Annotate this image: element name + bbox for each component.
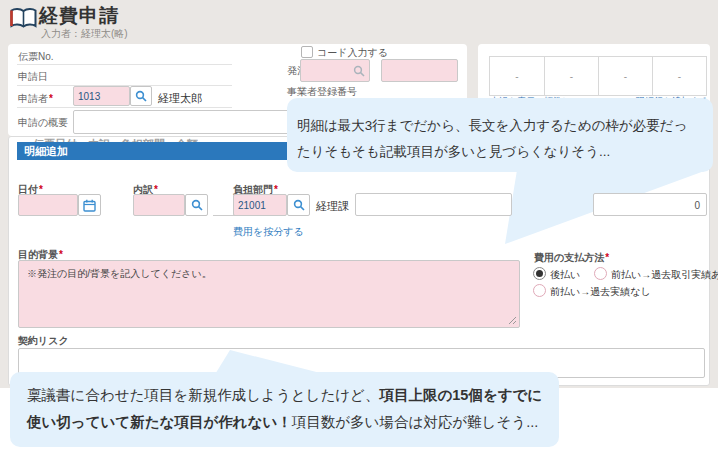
- search-icon: [135, 90, 147, 102]
- calendar-icon: [83, 199, 96, 212]
- bottom-annotation-bubble: 稟議書に合わせた項目を新規作成しようとしたけど、項目上限の15個をすでに 使い切…: [10, 372, 559, 447]
- date-input[interactable]: [18, 194, 78, 216]
- business-reg-number-label: 事業者登録番号: [287, 86, 359, 98]
- payment-option-label: 前払い→過去実績なし: [550, 285, 651, 299]
- entered-by-label: 入力者：経理太(略): [41, 27, 128, 41]
- required-asterisk: *: [59, 249, 63, 260]
- department-code-input[interactable]: 21001: [233, 194, 287, 216]
- payment-option-label: 前払い→過去取引実績あり: [611, 268, 718, 282]
- amount-input[interactable]: 0: [593, 193, 707, 216]
- apply-date-label: 申請日: [18, 70, 48, 84]
- applicant-name-text: 経理太郎: [158, 91, 202, 106]
- required-asterisk: *: [49, 93, 53, 104]
- expense-application-screen: 経費申請 入力者：経理太(略) 伝票No. 申請日 申請者* 1013 経理太郎…: [0, 0, 718, 461]
- payment-option-label: 後払い: [550, 268, 580, 282]
- detail-text-input[interactable]: [355, 193, 512, 216]
- bubble-text-line: 稟議書に合わせた項目を新規作成しようとしたけど、項目上限の15個をすでに: [27, 386, 542, 405]
- open-book-icon: [10, 7, 37, 30]
- search-icon: [293, 199, 305, 211]
- payment-method-label: 費用の支払方法*: [534, 251, 609, 265]
- summary-label: 申請の概要: [18, 116, 68, 130]
- apportion-cost-link[interactable]: 費用を按分する: [233, 225, 304, 239]
- summary-cell: -: [598, 57, 652, 95]
- vendor-code-input[interactable]: [300, 59, 370, 82]
- page-title: 経費申請: [39, 3, 119, 29]
- breakdown-code-input[interactable]: [133, 194, 185, 216]
- vendor-name-input[interactable]: [381, 59, 458, 82]
- breakdown-search-button[interactable]: [185, 194, 208, 216]
- applicant-search-button[interactable]: [130, 86, 152, 106]
- top-annotation-bubble: 明細は最大3行までだから、長文を入力するための枠が必要だっ たりそもそも記載項目…: [287, 98, 713, 172]
- summary-cell: -: [490, 57, 544, 95]
- date-picker-button[interactable]: [78, 194, 101, 216]
- payment-radio-0[interactable]: [533, 267, 546, 280]
- code-entry-checkbox[interactable]: [301, 46, 313, 58]
- summary-cell: -: [544, 57, 598, 95]
- search-icon: [191, 199, 203, 211]
- row-divider: [17, 64, 232, 65]
- bubble-text-line: たりそもそも記載項目が多いと見づらくなりそう...: [297, 143, 610, 161]
- search-icon: [353, 65, 365, 77]
- department-search-button[interactable]: [287, 194, 310, 216]
- applicant-label: 申請者*: [18, 92, 53, 106]
- summary-cell: -: [652, 57, 706, 95]
- row-divider: [17, 107, 232, 108]
- bubble-text-line: 明細は最大3行までだから、長文を入力するための枠が必要だっ: [297, 117, 687, 135]
- payment-radio-2[interactable]: [533, 284, 546, 297]
- payment-radio-1[interactable]: [594, 267, 607, 280]
- amount-summary-table: - - - -: [489, 56, 707, 96]
- resize-grip-icon[interactable]: [508, 316, 517, 325]
- applicant-code-input[interactable]: 1013: [73, 86, 130, 106]
- code-entry-checkbox-label: コード入力する: [317, 46, 388, 60]
- slip-no-label: 伝票No.: [18, 50, 54, 64]
- bubble-text-line: 使い切っていて新たな項目が作れない！項目数が多い場合は対応が難しそう...: [27, 413, 538, 432]
- purpose-textarea[interactable]: ※発注の目的/背景を記入してください。: [18, 260, 520, 328]
- required-asterisk: *: [605, 252, 609, 263]
- department-name-text: 経理課: [316, 199, 349, 214]
- contract-risk-label: 契約リスク: [18, 334, 69, 348]
- purpose-placeholder-text: ※発注の目的/背景を記入してください。: [19, 261, 519, 287]
